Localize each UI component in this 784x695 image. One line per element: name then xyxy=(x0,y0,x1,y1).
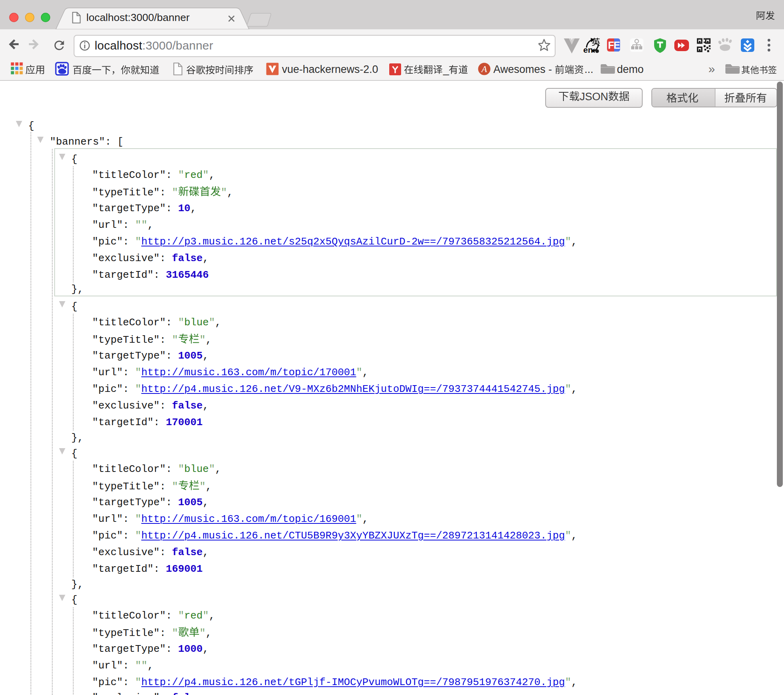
svg-text:E: E xyxy=(614,40,620,51)
svg-text:A: A xyxy=(481,64,487,74)
svg-text:F: F xyxy=(608,40,614,51)
svg-text:en: en xyxy=(583,45,593,54)
